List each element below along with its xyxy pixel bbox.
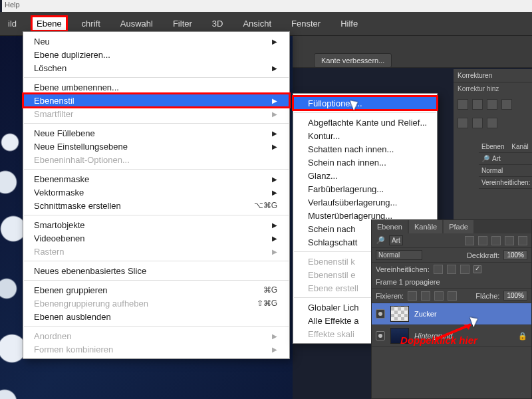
opacity-label: Deckkraft: xyxy=(467,251,500,259)
adjust-icon[interactable] xyxy=(487,99,497,110)
partial-blend-mode[interactable]: Normal xyxy=(481,167,503,174)
menu-item-label: Neue Füllebene xyxy=(34,128,95,138)
menu-item-smartobjekte[interactable]: Smartobjekte▶ xyxy=(23,218,289,231)
lock-position-icon[interactable] xyxy=(434,291,444,301)
search-icon[interactable]: 🔎 xyxy=(376,236,385,245)
menu-item-verlaufs-berlagerung[interactable]: Verlaufsüberlagerung... xyxy=(293,196,437,209)
app-titlebar: Help xyxy=(2,0,532,12)
menu-chrift[interactable]: chrift xyxy=(78,17,104,30)
menu-item-videoebenen[interactable]: Videoebenen▶ xyxy=(23,231,289,245)
menu-item-schatten-nach-innen[interactable]: Schatten nach innen... xyxy=(293,142,437,156)
layer-thumbnail[interactable] xyxy=(390,306,409,322)
menu-item-ebenen-ausblenden[interactable]: Ebenen ausblenden xyxy=(23,310,289,323)
menu-fenster[interactable]: Fenster xyxy=(287,17,325,30)
filter-image-icon[interactable] xyxy=(465,236,474,245)
partial-tab-ebenen[interactable]: Ebenen xyxy=(481,143,504,150)
menu-separator xyxy=(24,169,289,170)
submenu-arrow-icon: ▶ xyxy=(272,332,277,340)
menu-item-rastern: Rastern▶ xyxy=(23,245,289,258)
adjust-icon[interactable] xyxy=(472,99,483,110)
menu-item-label: Anordnen xyxy=(34,331,71,341)
fill-value[interactable]: 100% xyxy=(503,291,527,301)
menu-item-l-schen[interactable]: Löschen▶ xyxy=(23,61,289,74)
menu-item-label: Schlagschatt xyxy=(308,237,357,247)
menu-item-label: Ebene duplizieren... xyxy=(34,50,110,60)
menu-item-label: Kontur... xyxy=(308,131,340,141)
adjust-icon[interactable] xyxy=(487,118,497,128)
menu-item-ebenenmaske[interactable]: Ebenenmaske▶ xyxy=(23,172,289,186)
menu-filter[interactable]: Filter xyxy=(169,17,196,30)
lock-all-icon[interactable] xyxy=(448,291,457,301)
menu-item-label: Ebenen ausblenden xyxy=(34,312,111,322)
lock-image-icon[interactable] xyxy=(421,291,430,301)
refine-edge-button[interactable]: Kante verbessern... xyxy=(314,53,392,68)
menu-item-f-lloptionen[interactable]: Fülloptionen... xyxy=(293,96,437,110)
adjust-icon[interactable] xyxy=(458,118,468,128)
menu-item-kontur[interactable]: Kontur... xyxy=(293,129,437,142)
menu-item-label: Rastern xyxy=(34,247,65,257)
menu-separator xyxy=(24,261,289,261)
korrekturen-tab[interactable]: Korrekturen xyxy=(454,69,532,82)
menu-separator xyxy=(24,326,289,327)
canvas-content xyxy=(0,122,23,399)
filter-text-icon[interactable] xyxy=(491,236,501,245)
unify-position-icon[interactable] xyxy=(434,265,443,274)
menu-item-ebenenstil[interactable]: Ebenenstil▶ xyxy=(23,94,289,107)
submenu-arrow-icon: ▶ xyxy=(272,248,277,255)
submenu-arrow-icon: ▶ xyxy=(272,110,277,118)
menu-item-glanz[interactable]: Glanz... xyxy=(293,169,437,182)
tab-pfade[interactable]: Pfade xyxy=(444,220,473,233)
menu-ebene[interactable]: Ebene xyxy=(33,17,66,30)
menu-item-schnittmaske-erstellen[interactable]: Schnittmaske erstellen⌥⌘G xyxy=(23,199,289,212)
menu-item-ebene-umbenennen[interactable]: Ebene umbenennen... xyxy=(23,80,289,94)
adjust-icon[interactable] xyxy=(501,99,512,110)
menu-item-label: Neue Einstellungsebene xyxy=(34,142,128,152)
menu-item-vektormaske[interactable]: Vektormaske▶ xyxy=(23,186,289,199)
unify-style-icon[interactable] xyxy=(460,265,469,274)
menu-hilfe[interactable]: Hilfe xyxy=(336,17,362,30)
menu-ild[interactable]: ild xyxy=(4,17,21,30)
layer-name[interactable]: Zucker xyxy=(414,310,437,318)
menu-item-ebenen-gruppieren[interactable]: Ebenen gruppieren⌘G xyxy=(23,283,289,297)
menu-item-label: Alle Effekte a xyxy=(308,316,358,326)
menu-item-label: Verlaufsüberlagerung... xyxy=(308,198,397,207)
menu-item-ebene-duplizieren[interactable]: Ebene duplizieren... xyxy=(23,48,289,61)
tab-ebenen[interactable]: Ebenen xyxy=(372,220,408,233)
blend-mode-select[interactable]: Normal xyxy=(376,250,422,260)
partial-kind-filter[interactable]: Art xyxy=(492,155,501,162)
menu-item-label: Ebenengruppierung aufheben xyxy=(34,299,148,309)
menu-item-neues-ebenenbasiertes-slice[interactable]: Neues ebenenbasiertes Slice xyxy=(23,264,289,277)
lock-transparent-icon[interactable] xyxy=(408,291,417,301)
menu-item-farb-berlagerung[interactable]: Farbüberlagerung... xyxy=(293,182,437,196)
submenu-arrow-icon: ▶ xyxy=(272,235,277,242)
menu-item-label: Ebenenstil e xyxy=(308,270,356,280)
menu-item-formen-kombinieren: Formen kombinieren▶ xyxy=(23,342,289,356)
menu-item-neu[interactable]: Neu▶ xyxy=(23,35,289,48)
menu-auswahl[interactable]: Auswahl xyxy=(116,17,157,30)
filter-adjust-icon[interactable] xyxy=(478,236,487,245)
filter-smart-icon[interactable] xyxy=(518,236,527,245)
visibility-eye-icon[interactable] xyxy=(376,309,385,319)
menu-item-neue-f-llebene[interactable]: Neue Füllebene▶ xyxy=(23,126,289,140)
adjustments-icons-2 xyxy=(454,114,532,132)
submenu-arrow-icon: ▶ xyxy=(272,346,277,353)
menu-item-abgeflachte-kante-und-relief[interactable]: Abgeflachte Kante und Relief... xyxy=(293,116,437,129)
tab-kanaele[interactable]: Kanäle xyxy=(409,220,442,233)
partial-tab-kanal[interactable]: Kanäl xyxy=(511,143,529,150)
menu-3d[interactable]: 3D xyxy=(208,17,227,30)
kind-filter[interactable]: Art xyxy=(389,235,403,245)
adjust-icon[interactable] xyxy=(458,99,468,110)
adjust-icon[interactable] xyxy=(472,118,483,128)
menu-ansicht[interactable]: Ansicht xyxy=(239,17,275,30)
menu-item-neue-einstellungsebene[interactable]: Neue Einstellungsebene▶ xyxy=(23,140,289,153)
menu-item-label: Neues ebenenbasiertes Slice xyxy=(34,266,146,276)
menu-item-label: Smartfilter xyxy=(34,109,73,119)
menu-item-schein-nach-innen[interactable]: Schein nach innen... xyxy=(293,156,437,169)
unify-visibility-icon[interactable] xyxy=(447,265,456,274)
menu-item-label: Ebenenstil xyxy=(34,96,74,106)
menu-item-smartfilter: Smartfilter▶ xyxy=(23,107,289,120)
opacity-value[interactable]: 100% xyxy=(503,250,527,260)
visibility-eye-icon[interactable] xyxy=(376,331,385,340)
filter-shape-icon[interactable] xyxy=(505,236,514,245)
propagate-checkbox[interactable] xyxy=(473,265,481,273)
